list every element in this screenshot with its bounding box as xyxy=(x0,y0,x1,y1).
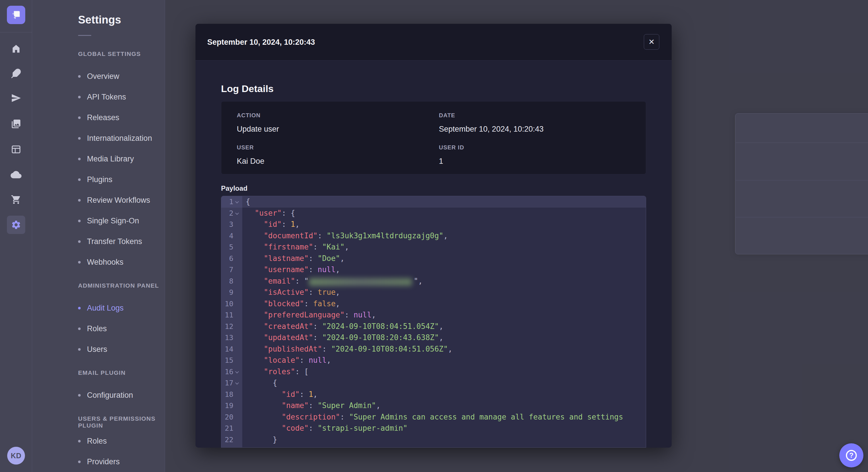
code-line: 22 } xyxy=(221,434,646,446)
line-number: 17 xyxy=(221,379,234,387)
user-id-label: USER ID xyxy=(439,144,464,151)
line-number: 13 xyxy=(221,334,234,342)
line-number: 2 xyxy=(221,209,234,217)
code-line: 2 "user": { xyxy=(221,208,646,219)
collapse-chevron-icon[interactable] xyxy=(235,381,239,385)
collapse-chevron-icon[interactable] xyxy=(235,200,239,204)
line-number: 18 xyxy=(221,390,234,399)
code-line: 8 "email": "", xyxy=(221,276,646,287)
code-line: 20 "description": "Super Admins can acce… xyxy=(221,411,646,423)
line-number: 1 xyxy=(221,198,234,206)
payload-code[interactable]: 1{2 "user": {3 "id": 1,4 "documentId": "… xyxy=(221,196,646,448)
code-line: 5 "firstname": "Kai", xyxy=(221,241,646,253)
code-line: 4 "documentId": "ls3uk3g1xm4ltdrdugzajg0… xyxy=(221,230,646,242)
user-label: USER xyxy=(237,144,254,151)
line-number: 14 xyxy=(221,345,234,353)
line-number: 22 xyxy=(221,436,234,444)
code-line: 7 "username": null, xyxy=(221,264,646,276)
line-number: 9 xyxy=(221,288,234,297)
modal-header: September 10, 2024, 10:20:43 ✕ xyxy=(195,24,672,61)
line-number: 15 xyxy=(221,356,234,365)
line-number: 23 xyxy=(221,447,234,448)
log-details-card: ACTION Update user DATE September 10, 20… xyxy=(221,101,646,174)
log-details-modal: September 10, 2024, 10:20:43 ✕ Log Detai… xyxy=(195,24,672,448)
line-number: 5 xyxy=(221,243,234,251)
user-id-value: 1 xyxy=(439,157,443,166)
code-line: 19 "name": "Super Admin", xyxy=(221,400,646,411)
question-mark-icon: ? xyxy=(846,450,857,461)
line-number: 3 xyxy=(221,220,234,229)
line-number: 8 xyxy=(221,277,234,285)
close-icon: ✕ xyxy=(648,38,655,46)
close-button[interactable]: ✕ xyxy=(644,34,659,49)
code-line: 13 "updatedAt": "2024-09-10T08:20:43.638… xyxy=(221,332,646,343)
date-label: DATE xyxy=(439,112,455,119)
line-number: 10 xyxy=(221,300,234,308)
line-number: 7 xyxy=(221,266,234,274)
line-number: 16 xyxy=(221,368,234,376)
code-line: 9 "isActive": true, xyxy=(221,287,646,298)
action-label: ACTION xyxy=(237,112,260,119)
modal-title: September 10, 2024, 10:20:43 xyxy=(207,24,315,61)
line-number: 6 xyxy=(221,255,234,263)
date-value: September 10, 2024, 10:20:43 xyxy=(439,125,544,134)
code-line: 10 "blocked": false, xyxy=(221,298,646,310)
code-line: 15 "locale": null, xyxy=(221,355,646,366)
code-line: 6 "lastname": "Doe", xyxy=(221,253,646,264)
line-number: 20 xyxy=(221,413,234,421)
code-line: 1{ xyxy=(221,196,646,208)
code-line: 17 { xyxy=(221,377,646,389)
redacted-email-value xyxy=(309,278,412,286)
line-number: 21 xyxy=(221,424,234,432)
log-details-heading: Log Details xyxy=(221,83,274,94)
code-line: 3 "id": 1, xyxy=(221,219,646,230)
strapi-admin-screen: KD Settings GLOBAL SETTINGSOverviewAPI T… xyxy=(0,0,868,472)
line-number: 4 xyxy=(221,232,234,240)
line-number: 19 xyxy=(221,401,234,410)
code-line: 16 "roles": [ xyxy=(221,366,646,378)
collapse-chevron-icon[interactable] xyxy=(235,370,239,373)
code-line: 23 ], xyxy=(221,445,646,448)
collapse-chevron-icon[interactable] xyxy=(235,211,239,215)
action-value: Update user xyxy=(237,125,279,134)
line-number: 12 xyxy=(221,322,234,331)
code-line: 14 "publishedAt": "2024-09-10T08:04:51.0… xyxy=(221,343,646,355)
code-line: 18 "id": 1, xyxy=(221,389,646,400)
code-line: 11 "preferedLanguage": null, xyxy=(221,309,646,321)
code-line: 21 "code": "strapi-super-admin" xyxy=(221,423,646,434)
user-value: Kai Doe xyxy=(237,157,265,166)
payload-label: Payload xyxy=(221,184,247,193)
code-line: 12 "createdAt": "2024-09-10T08:04:51.054… xyxy=(221,321,646,332)
line-number: 11 xyxy=(221,311,234,319)
help-button[interactable]: ? xyxy=(839,443,863,467)
